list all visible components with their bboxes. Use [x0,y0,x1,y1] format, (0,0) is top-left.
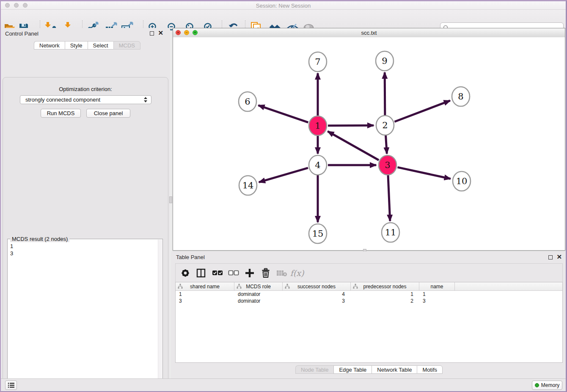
memory-button[interactable]: Memory [532,381,562,390]
table-cell[interactable]: 1 [351,291,419,298]
node-table: shared nameMCDS rolesuccessor nodesprede… [175,282,563,363]
table-cell[interactable]: 4 [283,291,351,298]
table-panel: Table Panel ✕ f(x) shared nameMCDS roles… [171,251,567,378]
close-panel-button[interactable]: Close panel [86,109,130,118]
show-columns-icon[interactable] [195,267,207,279]
graph-edge-2-8[interactable] [394,101,450,122]
table-header-row: shared nameMCDS rolesuccessor nodesprede… [176,282,562,291]
graph-node-label: 11 [385,227,396,237]
graph-node-label: 3 [385,160,390,170]
table-body: 1dominator4113dominator323 [176,291,562,304]
graph-edge-4-14[interactable] [259,168,308,182]
column-header-successor-nodes[interactable]: successor nodes [283,282,351,290]
table-cell[interactable]: 1 [419,291,455,298]
run-mcds-button[interactable]: Run MCDS [41,109,81,118]
graph-node-11[interactable]: 11 [382,223,399,242]
graph-node-7[interactable]: 7 [309,52,327,72]
select-all-icon[interactable] [211,267,224,279]
tab-network-table[interactable]: Network Table [372,365,417,374]
function-builder-icon-disabled: f(x) [291,267,303,279]
table-settings-gear-icon[interactable] [179,267,192,279]
optimization-criterion-label: Optimization criterion: [1,86,170,92]
table-cell[interactable]: 2 [351,298,419,304]
column-type-icon [237,284,242,289]
control-panel-tabs: NetworkStyleSelectMCDS [34,41,140,50]
app-title-bar: Session: New Session [1,1,566,10]
column-type-icon [353,284,358,289]
graph-edge-3-11[interactable] [388,175,390,221]
float-table-panel-icon[interactable] [548,255,553,259]
table-cell[interactable]: 1 [176,291,234,298]
add-column-icon[interactable] [243,267,256,279]
graph-node-10[interactable]: 10 [453,171,471,191]
control-panel: Control Panel ✕ NetworkStyleSelectMCDS O… [1,28,170,378]
tab-select[interactable]: Select [88,41,113,50]
graph-node-14[interactable]: 14 [239,176,257,195]
tab-mcds[interactable]: MCDS [113,41,140,50]
graph-node-label: 2 [382,120,388,130]
close-table-panel-icon[interactable]: ✕ [556,253,562,261]
table-panel-title: Table Panel [176,254,205,260]
graph-edge-3-1[interactable] [328,131,379,160]
tab-motifs[interactable]: Motifs [417,365,443,374]
table-row[interactable]: 1dominator411 [176,291,562,298]
optimization-criterion-select[interactable]: strongly connected component [20,95,151,104]
mcds-result-item[interactable]: 3 [10,250,13,257]
graph-node-label: 6 [245,97,250,107]
tab-network[interactable]: Network [34,41,65,50]
graph-svg: 7968124314101511 [173,37,565,250]
graph-node-9[interactable]: 9 [376,51,394,71]
graph-node-2[interactable]: 2 [376,116,394,135]
tab-node-table[interactable]: Node Table [295,365,334,374]
task-history-button[interactable] [5,381,17,390]
float-panel-icon[interactable] [150,31,154,36]
table-cell[interactable]: dominator [234,298,283,304]
table-cell[interactable]: 3 [283,298,351,304]
graph-edge-1-2[interactable] [328,125,374,126]
graph-node-label: 15 [312,229,324,239]
column-header-predecessor-nodes[interactable]: predecessor nodes [351,282,419,290]
graph-node-label: 8 [458,91,463,102]
tab-style[interactable]: Style [65,41,88,50]
deselect-all-icon[interactable] [227,267,240,279]
graph-node-1[interactable]: 1 [309,116,327,135]
control-panel-title: Control Panel [5,30,39,37]
network-view-window: × − + scc.txt 7968124314101511 [173,28,565,251]
network-window-title: scc.txt [173,30,565,36]
graph-node-4[interactable]: 4 [309,155,327,175]
graph-edge-3-10[interactable] [397,167,450,179]
vertical-splitter-handle[interactable] [169,196,172,203]
column-header-shared-name[interactable]: shared name [176,282,234,290]
table-cell[interactable]: 3 [176,298,234,304]
mcds-result-list: 13 [10,243,13,257]
mcds-result-item[interactable]: 1 [10,243,13,250]
graph-edge-2-3[interactable] [386,135,387,154]
graph-node-15[interactable]: 15 [309,224,327,243]
graph-node-label: 7 [315,57,320,67]
graph-node-label: 14 [242,180,254,190]
graph-node-3[interactable]: 3 [379,155,396,175]
optimization-criterion-value: strongly connected component [25,97,100,103]
mcds-result-title: MCDS result (2 nodes) [10,236,69,242]
graph-node-8[interactable]: 8 [452,87,470,106]
table-cell[interactable]: dominator [234,291,283,298]
graph-node-label: 10 [456,176,468,186]
network-window-title-bar[interactable]: × − + scc.txt [173,28,565,38]
graph-edge-2-9[interactable] [385,72,385,115]
table-cell[interactable]: 3 [419,298,455,304]
network-canvas[interactable]: 7968124314101511 [173,37,565,250]
status-bar: Memory [1,378,566,392]
tab-edge-table[interactable]: Edge Table [333,365,372,374]
memory-button-label: Memory [541,382,559,388]
close-panel-icon[interactable]: ✕ [158,29,163,37]
graph-edge-1-6[interactable] [259,105,308,122]
result-scrollbar[interactable] [158,240,162,392]
delete-column-trash-icon[interactable] [259,267,272,279]
main-toolbar [1,9,566,28]
column-header-name[interactable]: name [419,282,455,290]
column-header-MCDS-role[interactable]: MCDS role [234,282,283,290]
graph-node-6[interactable]: 6 [239,92,256,111]
graph-node-label: 4 [315,160,320,170]
memory-status-dot-icon [535,383,539,387]
table-row[interactable]: 3dominator323 [176,298,562,304]
